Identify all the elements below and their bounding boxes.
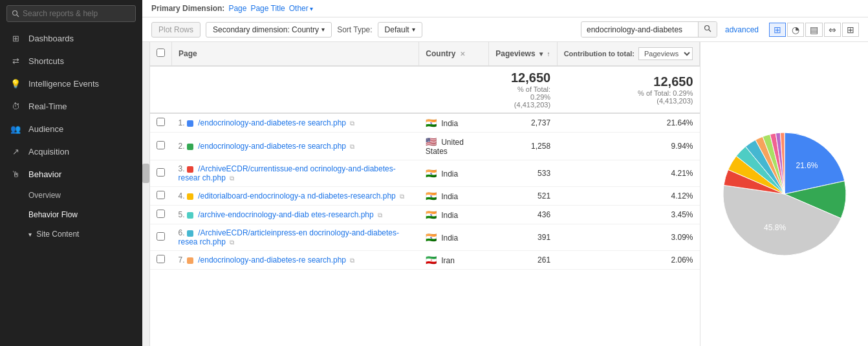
sidebar-sub-behavior-flow[interactable]: Behavior Flow: [0, 205, 142, 224]
search-input[interactable]: [6, 5, 136, 22]
page-link-4[interactable]: /editorialboard-endocrinology-a nd-diabe…: [198, 191, 396, 200]
table-row: 1. /endocrinology-and-diabetes-re search…: [150, 113, 700, 133]
row-pct-6: 3.09%: [557, 224, 699, 251]
realtime-icon: ⏱: [9, 102, 22, 111]
chevron-down-icon: ▾: [28, 231, 32, 238]
th-pageviews-pct: Contribution to total: Pageviews: [557, 42, 699, 66]
sort-down-arrow[interactable]: ▼: [538, 50, 545, 58]
dim-other-dropdown[interactable]: Other ▾: [289, 4, 313, 13]
contrib-metric-select[interactable]: Pageviews: [638, 47, 693, 60]
external-link-icon-2[interactable]: ⧉: [350, 143, 354, 150]
row-pct-4: 4.12%: [557, 187, 699, 206]
view-table-button[interactable]: ⊞: [769, 23, 786, 37]
shortcuts-icon: ⇄: [9, 56, 22, 66]
dim-page-link[interactable]: Page: [228, 4, 246, 13]
svg-text:45.8%: 45.8%: [764, 223, 786, 232]
chevron-down-icon-secondary: ▾: [321, 26, 325, 33]
row-pct-5: 3.45%: [557, 206, 699, 224]
th-country: Country ✕: [419, 42, 489, 66]
view-bar-button[interactable]: ▤: [805, 23, 823, 37]
view-pie-button[interactable]: ◔: [787, 23, 804, 37]
pie-chart-section: 21.6%45.8%: [700, 42, 868, 346]
row-checkbox-4[interactable]: [157, 191, 165, 199]
dim-page-title-link[interactable]: Page Title: [250, 4, 285, 13]
row-country-4: 🇮🇳 India: [419, 187, 489, 206]
row-pv-4: 521: [489, 187, 557, 206]
page-link-3[interactable]: /ArchiveECDR/currentissue-end ocrinology…: [179, 164, 396, 182]
country-close-icon[interactable]: ✕: [460, 50, 465, 58]
row-pv-3: 533: [489, 160, 557, 187]
sidebar-sub-site-content[interactable]: ▾ Site Content: [0, 224, 142, 244]
sidebar-item-audience[interactable]: 👥 Audience: [0, 118, 142, 140]
page-link-5[interactable]: /archive-endocrinology-and-diab etes-res…: [198, 210, 374, 219]
sort-default-dropdown[interactable]: Default ▾: [378, 22, 422, 38]
external-link-icon-6[interactable]: ⧉: [230, 239, 234, 246]
row-page-2: 2. /endocrinology-and-diabetes-re search…: [172, 133, 419, 160]
view-pivot-button[interactable]: ⊞: [842, 23, 859, 37]
view-compare-button[interactable]: ⇔: [824, 23, 841, 37]
row-color-7: [187, 257, 193, 264]
sidebar-item-acquisition[interactable]: ↗ Acquisition: [0, 140, 142, 163]
page-link-6[interactable]: /ArchiveECDR/articleinpress-en docrinolo…: [179, 228, 400, 246]
sort-type-label: Sort Type:: [337, 25, 372, 34]
svg-point-0: [13, 11, 17, 16]
pie-chart: 21.6%45.8%: [720, 129, 849, 259]
grid-icon: ⊞: [9, 34, 22, 43]
row-checkbox-6[interactable]: [157, 232, 165, 241]
sort-up-arrow[interactable]: ↑: [547, 50, 550, 58]
th-page: Page: [172, 42, 419, 66]
table-search-button[interactable]: [698, 22, 717, 37]
row-checkbox-2[interactable]: [157, 141, 165, 149]
external-link-icon-3[interactable]: ⧉: [230, 175, 234, 182]
plot-rows-button[interactable]: Plot Rows: [151, 22, 201, 38]
row-checkbox-5[interactable]: [157, 210, 165, 218]
behavior-icon: 🖱: [9, 169, 22, 179]
scroll-col[interactable]: [142, 42, 150, 346]
table-row: 6. /ArchiveECDR/articleinpress-en docrin…: [150, 224, 700, 251]
select-all-checkbox[interactable]: [157, 49, 165, 57]
page-link-1[interactable]: /endocrinology-and-diabetes-re search.ph…: [198, 118, 346, 127]
sidebar-item-dashboards[interactable]: ⊞ Dashboards: [0, 27, 142, 50]
flag-2: 🇺🇸: [426, 136, 437, 147]
svg-line-3: [709, 30, 711, 32]
th-pageviews: Pageviews ▼ ↑: [489, 42, 557, 66]
row-page-1: 1. /endocrinology-and-diabetes-re search…: [172, 113, 419, 133]
row-page-5: 5. /archive-endocrinology-and-diab etes-…: [172, 206, 419, 224]
external-link-icon-4[interactable]: ⧉: [400, 193, 404, 200]
table-row: 2. /endocrinology-and-diabetes-re search…: [150, 133, 700, 160]
row-checkbox-3[interactable]: [157, 168, 165, 177]
page-link-7[interactable]: /endocrinology-and-diabetes-re search.ph…: [198, 255, 346, 265]
table-row: 4. /editorialboard-endocrinology-a nd-di…: [150, 187, 700, 206]
row-checkbox-1[interactable]: [157, 118, 165, 126]
row-color-4: [187, 193, 193, 200]
advanced-link[interactable]: advanced: [725, 25, 759, 34]
external-link-icon-7[interactable]: ⧉: [350, 257, 354, 264]
sidebar-sub-overview[interactable]: Overview: [0, 186, 142, 205]
flag-6: 🇮🇳: [426, 232, 437, 243]
secondary-dimension-dropdown[interactable]: Secondary dimension: Country ▾: [206, 22, 332, 38]
svg-text:21.6%: 21.6%: [796, 161, 818, 170]
flag-4: 🇮🇳: [426, 191, 437, 201]
summary-pageviews: 12,650 % of Total: 0.29% (4,413,203): [489, 66, 557, 113]
table-wrap: Page Country ✕ Pageviews ▼ ↑: [142, 42, 868, 346]
sidebar-item-intelligence[interactable]: 💡 Intelligence Events: [0, 72, 142, 95]
external-link-icon-1[interactable]: ⧉: [350, 120, 354, 127]
th-checkbox: [150, 42, 172, 66]
table-search-input[interactable]: [581, 23, 698, 37]
row-pv-2: 1,258: [489, 133, 557, 160]
external-link-icon-5[interactable]: ⧉: [378, 211, 382, 219]
page-link-2[interactable]: /endocrinology-and-diabetes-re search.ph…: [198, 142, 346, 151]
row-pct-2: 9.94%: [557, 133, 699, 160]
sidebar-item-shortcuts[interactable]: ⇄ Shortcuts: [0, 50, 142, 72]
row-color-5: [187, 212, 193, 219]
sidebar-item-behavior[interactable]: 🖱 Behavior: [0, 163, 142, 186]
flag-1: 🇮🇳: [426, 118, 437, 128]
row-pct-1: 21.64%: [557, 113, 699, 133]
chevron-down-icon-dim: ▾: [310, 5, 313, 12]
main-content: Primary Dimension: Page Page Title Other…: [142, 0, 868, 346]
sidebar-item-realtime[interactable]: ⏱ Real-Time: [0, 95, 142, 118]
row-checkbox-7[interactable]: [157, 255, 165, 263]
primary-dimension-bar: Primary Dimension: Page Page Title Other…: [142, 0, 868, 17]
row-pv-5: 436: [489, 206, 557, 224]
primary-dim-label: Primary Dimension:: [151, 4, 224, 13]
